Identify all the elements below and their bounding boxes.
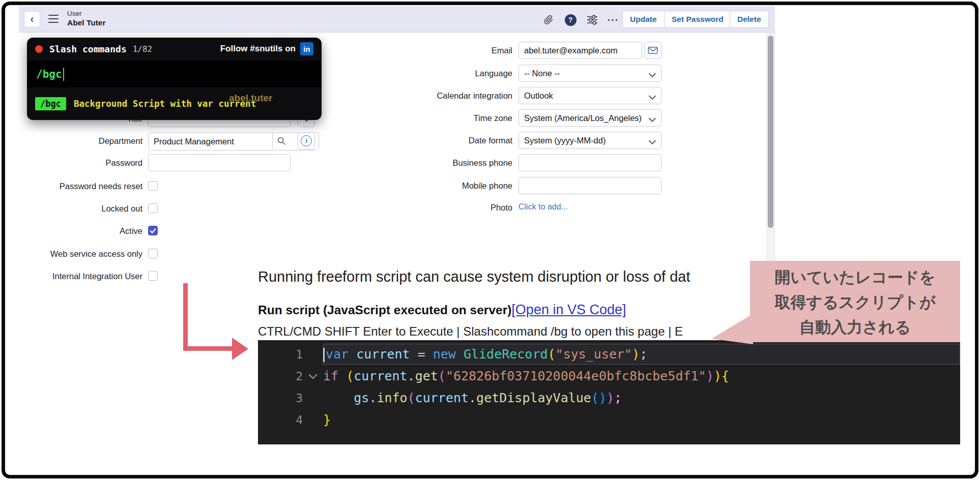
- help-button[interactable]: ?: [564, 14, 577, 26]
- line-number: 2: [258, 370, 303, 383]
- code-text: gs.info(current.getDisplayValue());: [323, 387, 960, 408]
- code-line: 2if (current.get("62826bf03710200044e0bf…: [258, 365, 960, 387]
- send-email-button[interactable]: [644, 42, 661, 59]
- calendar-integration-value: Outlook: [524, 91, 553, 101]
- back-chevron-icon: ‹: [30, 14, 34, 25]
- sliders-icon: [587, 15, 598, 25]
- language-field-label: Language: [387, 65, 512, 82]
- active-checkbox[interactable]: [148, 226, 158, 235]
- date-format-value: System (yyyy-MM-dd): [524, 136, 606, 145]
- linkedin-icon: in: [300, 42, 313, 55]
- date-format-select[interactable]: System (yyyy-MM-dd): [518, 132, 661, 149]
- slash-command-input[interactable]: /bgc: [27, 61, 322, 87]
- language-select[interactable]: -- None --: [518, 65, 661, 82]
- personalize-button[interactable]: [586, 14, 598, 26]
- photo-field-label: Photo: [387, 202, 512, 213]
- pointer-arrow-vertical: [183, 283, 188, 351]
- info-icon: i: [301, 135, 312, 146]
- line-number: 3: [258, 392, 303, 405]
- code-text: if (current.get("62826bf03710200044e0bfc…: [323, 366, 960, 386]
- paperclip-icon: [543, 14, 554, 25]
- annotation-callout: 開いていたレコードを 取得するスクリプトが 自動入力される: [750, 261, 960, 342]
- editor-cursor: [323, 348, 325, 362]
- password-needs-reset-label: Password needs reset: [31, 181, 142, 191]
- context-menu-icon[interactable]: [48, 15, 59, 24]
- chevron-down-icon: [649, 70, 656, 77]
- script-editor[interactable]: 1var current = new GlideRecord("sys_user…: [258, 340, 960, 444]
- annotation-pointer: [711, 314, 753, 344]
- popup-header: Slash commands 1/82 Follow #snutils on i…: [27, 38, 322, 60]
- back-button[interactable]: ‹: [24, 11, 40, 27]
- code-line: 4}: [258, 409, 960, 431]
- popup-title: Slash commands: [49, 44, 127, 54]
- line-number: 1: [258, 348, 303, 361]
- calendar-integration-select[interactable]: Outlook: [518, 87, 661, 104]
- more-options-button[interactable]: ···: [607, 14, 619, 26]
- envelope-icon: [648, 46, 658, 54]
- business-phone-field-label: Business phone: [387, 154, 512, 171]
- annotation-line-1: 開いていたレコードを: [750, 265, 960, 290]
- code-text: }: [323, 409, 960, 430]
- open-in-vscode-link[interactable]: [Open in VS Code]: [511, 302, 626, 317]
- password-input[interactable]: [148, 154, 291, 171]
- follow-text: Follow #snutils on: [220, 44, 296, 54]
- department-lookup-button[interactable]: [272, 133, 290, 149]
- update-button[interactable]: Update: [622, 11, 665, 28]
- department-input[interactable]: [148, 132, 319, 151]
- date-format-field-label: Date format: [387, 132, 512, 149]
- code-line: 1var current = new GlideRecord("sys_user…: [258, 343, 960, 365]
- annotation-line-2: 取得するスクリプトが: [750, 290, 960, 315]
- check-icon: [149, 226, 157, 235]
- internal-integration-user-label: Internal Integration User: [31, 271, 142, 281]
- obscured-form-text: abel.tuter: [229, 93, 273, 104]
- locked-out-label: Locked out: [31, 203, 142, 214]
- mobile-phone-input[interactable]: [518, 177, 661, 194]
- slash-commands-popup: Slash commands 1/82 Follow #snutils on i…: [27, 38, 322, 120]
- help-icon: ?: [565, 14, 577, 26]
- follow-link[interactable]: Follow #snutils on in: [220, 42, 313, 55]
- department-field: [148, 132, 291, 149]
- line-number: 4: [258, 413, 303, 427]
- department-preview-button[interactable]: i: [298, 132, 315, 149]
- locked-out-checkbox[interactable]: [148, 203, 158, 213]
- mobile-phone-field-label: Mobile phone: [387, 177, 512, 194]
- code-lines: 1var current = new GlideRecord("sys_user…: [258, 343, 960, 431]
- record-name-label: Abel Tuter: [67, 18, 106, 27]
- attachment-button[interactable]: [542, 14, 554, 26]
- delete-button[interactable]: Delete: [730, 11, 769, 28]
- fold-chevron-icon[interactable]: [303, 374, 323, 378]
- time-zone-select[interactable]: System (America/Los_Angeles): [518, 109, 661, 127]
- pointer-arrow-head-icon: [232, 338, 248, 360]
- scrollbar-thumb[interactable]: [768, 36, 773, 228]
- web-service-access-only-checkbox[interactable]: [148, 249, 158, 258]
- department-field-label: Department: [31, 132, 142, 149]
- time-zone-field-label: Time zone: [387, 109, 512, 127]
- text-cursor: [63, 68, 65, 81]
- active-label: Active: [31, 226, 142, 236]
- email-input[interactable]: [518, 42, 642, 59]
- chevron-down-icon: [649, 93, 656, 100]
- slash-suggestion-item[interactable]: /bgc Background Script with var current: [27, 87, 322, 120]
- password-needs-reset-checkbox[interactable]: [148, 181, 158, 191]
- set-password-button[interactable]: Set Password: [664, 11, 731, 28]
- code-text: var current = new GlideRecord("sys_user"…: [323, 344, 960, 365]
- calendar-integration-field-label: Calendar integration: [387, 87, 512, 104]
- record-dot-icon: [35, 45, 43, 53]
- business-phone-input[interactable]: [518, 154, 661, 171]
- chevron-down-icon: [649, 115, 656, 122]
- popup-result-count: 1/82: [133, 44, 153, 54]
- annotation-line-3: 自動入力される: [750, 315, 960, 340]
- slash-command-text: /bgc: [36, 68, 62, 80]
- pointer-arrow-horizontal: [183, 346, 234, 351]
- record-type-label: User: [67, 10, 82, 17]
- web-service-access-only-label: Web service access only: [31, 249, 142, 259]
- form-header-bar: ‹ User Abel Tuter ? ··· Update Set Passw…: [19, 6, 775, 33]
- photo-add-link[interactable]: Click to add...: [518, 202, 568, 212]
- internal-integration-user-checkbox[interactable]: [148, 271, 158, 281]
- email-field-label: Email: [387, 42, 512, 59]
- shortcut-hint-text: CTRL/CMD SHIFT Enter to Execute | Slashc…: [258, 324, 683, 339]
- ellipsis-icon: ···: [608, 14, 619, 26]
- suggestion-command-badge: /bgc: [35, 97, 66, 110]
- chevron-down-icon: [649, 137, 656, 144]
- password-field-label: Password: [31, 154, 142, 171]
